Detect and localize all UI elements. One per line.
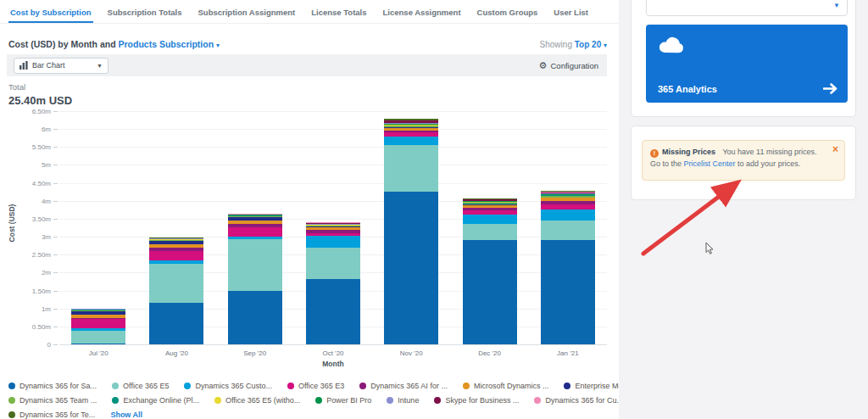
legend-item[interactable]: Dynamics 365 AI for ... [359, 382, 448, 390]
legend-color-dot [112, 397, 119, 404]
configuration-button[interactable]: ⚙ Configuration [539, 61, 598, 70]
bar-segment[interactable] [228, 227, 282, 237]
stacked-bar[interactable] [71, 309, 125, 344]
bar-segment[interactable] [228, 239, 282, 291]
bar-segment[interactable] [306, 248, 360, 279]
show-all-link[interactable]: Show All [110, 411, 142, 419]
stacked-bar[interactable] [306, 222, 360, 344]
bar-segment[interactable] [149, 251, 203, 260]
tab-custom-groups[interactable]: Custom Groups [476, 3, 540, 23]
products-subscription-dropdown[interactable]: Products Subscription ▾ [119, 39, 220, 49]
legend-label: Dynamics 365 Team ... [19, 396, 97, 405]
legend-label: Office 365 E5 (witho... [225, 396, 300, 405]
bar-segment[interactable] [149, 303, 203, 344]
y-tick-label: 6.50m [8, 108, 51, 115]
legend-label: Dynamics 365 for Sa... [19, 382, 97, 390]
missing-prices-card: !Missing Prices You have 11 missing pric… [631, 126, 856, 200]
chart-type-value: Bar Chart [32, 61, 92, 70]
y-tick-mark [53, 291, 58, 292]
y-tick-mark [53, 309, 58, 310]
chart-type-select[interactable]: Bar Chart ▼ [14, 58, 108, 74]
tab-user-list[interactable]: User List [552, 3, 590, 23]
legend-label: Dynamics 365 Custo... [195, 382, 272, 390]
legend-item[interactable]: Skype for Business ... [434, 396, 519, 405]
bar-segment[interactable] [306, 279, 360, 344]
stacked-bar[interactable] [541, 191, 595, 344]
legend-item[interactable]: Dynamics 365 for Sa... [8, 382, 97, 390]
legend-item[interactable]: Office 365 E5 (witho... [214, 396, 300, 405]
showing-label: Showing [540, 40, 572, 49]
chevron-down-icon: ▼ [833, 2, 840, 9]
chart-title: Cost (USD) by Month and Products Subscri… [8, 39, 220, 49]
y-tick-mark [53, 254, 58, 255]
y-tick-label: 3.50m [8, 215, 51, 223]
legend-item[interactable]: Dynamics 365 Custo... [184, 382, 272, 390]
pricelist-center-link[interactable]: Pricelist Center [684, 159, 736, 168]
bar-segment[interactable] [71, 344, 125, 344]
stacked-bar[interactable] [384, 119, 438, 344]
bar-segment[interactable] [541, 240, 595, 344]
bar-slot-jan-21 [529, 111, 607, 344]
bar-segment[interactable] [306, 236, 360, 248]
bar-segment[interactable] [71, 319, 125, 328]
gridline [59, 344, 607, 345]
tab-license-totals[interactable]: License Totals [309, 3, 368, 23]
bar-segment[interactable] [384, 137, 438, 146]
top-20-dropdown[interactable]: Top 20 ▾ [575, 40, 607, 49]
legend-color-dot [8, 397, 15, 404]
bar-segment[interactable] [463, 215, 517, 224]
bar-slot-sep-20 [216, 111, 294, 344]
legend-item[interactable]: Dynamics 365 for Cu... [534, 396, 623, 405]
alert-text-after: to add your prices. [737, 159, 800, 168]
bar-segment[interactable] [384, 145, 438, 192]
close-icon[interactable]: × [832, 144, 838, 154]
bar-segment[interactable] [228, 291, 282, 344]
legend-item[interactable]: Dynamics 365 Team ... [8, 396, 97, 405]
legend-color-dot [287, 383, 294, 389]
stacked-bar[interactable] [228, 214, 282, 344]
tab-license-assignment[interactable]: License Assignment [381, 3, 463, 23]
legend-row: Dynamics 365 for Sa...Office 365 E5Dynam… [8, 378, 593, 393]
tab-subscription-totals[interactable]: Subscription Totals [106, 3, 184, 23]
legend-color-dot [463, 383, 470, 389]
bar-segment[interactable] [541, 210, 595, 221]
chevron-down-icon: ▾ [604, 42, 607, 49]
legend-item[interactable]: Microsoft Dynamics ... [463, 382, 549, 390]
stacked-bar[interactable] [463, 198, 517, 344]
legend-item[interactable]: Office 365 E5 [112, 382, 169, 390]
x-tick-label: Dec '20 [450, 349, 528, 357]
bar-slot-dec-20 [450, 111, 528, 344]
legend-item[interactable]: Dynamics 365 for Te... [8, 411, 95, 419]
legend-label: Microsoft Dynamics ... [474, 382, 549, 390]
stacked-bar[interactable] [149, 237, 203, 344]
partial-dropdown[interactable]: ▼ [646, 0, 848, 16]
legend-color-dot [214, 397, 221, 404]
chevron-down-icon: ▾ [216, 42, 220, 49]
chart-toolbar: Bar Chart ▼ ⚙ Configuration [7, 54, 607, 76]
bar-segment[interactable] [149, 264, 203, 304]
y-tick-mark [53, 129, 58, 130]
legend-item[interactable]: Intune [387, 396, 419, 405]
bar-segment[interactable] [71, 331, 125, 344]
legend-color-dot [387, 397, 393, 404]
legend-item[interactable]: Power BI Pro [315, 396, 371, 405]
tab-cost-by-subscription[interactable]: Cost by Subscription [8, 3, 93, 23]
bar-segment[interactable] [541, 221, 595, 240]
legend-item[interactable]: Office 365 E3 [287, 382, 344, 390]
x-axis-title: Month [59, 360, 607, 368]
legend-item[interactable]: Exchange Online (Pl... [112, 396, 199, 405]
cloud-icon [657, 35, 686, 55]
bar-segment[interactable] [463, 224, 517, 240]
bar-slot-oct-20 [294, 111, 372, 344]
y-tick-label: 0 [8, 341, 51, 349]
alert-title: Missing Prices [662, 148, 715, 156]
y-tick-label: 2m [8, 269, 51, 277]
bar-segment[interactable] [463, 240, 517, 344]
y-tick-label: 0.50m [8, 323, 51, 331]
365-analytics-tile[interactable]: 365 Analytics [646, 25, 848, 103]
y-tick-label: 3m [8, 233, 51, 241]
bar-segment[interactable] [384, 192, 438, 344]
y-tick-label: 1m [8, 305, 51, 313]
legend-color-dot [112, 383, 119, 389]
tab-subscription-assignment[interactable]: Subscription Assignment [197, 3, 298, 23]
